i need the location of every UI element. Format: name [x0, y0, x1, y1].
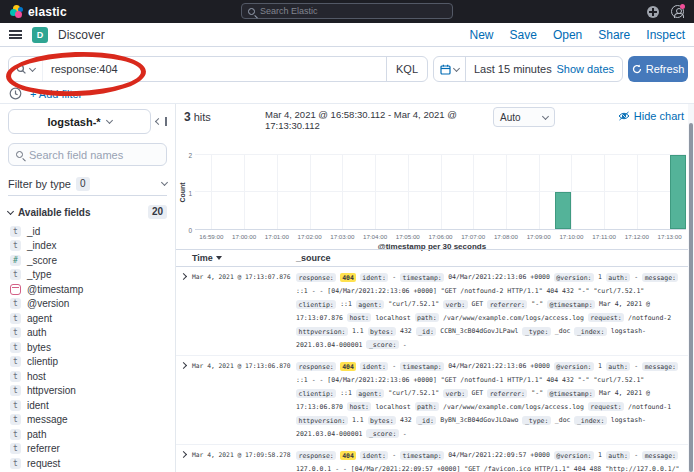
x-tick-label: 17:07:00 — [461, 233, 485, 240]
expand-row-icon[interactable] — [180, 273, 187, 280]
source-field-badge: _index: — [574, 327, 606, 336]
chart-gridline — [244, 155, 245, 229]
expand-row-icon[interactable] — [180, 362, 187, 369]
show-dates-link[interactable]: Show dates — [557, 63, 622, 75]
index-pattern-label: logstash-* — [47, 116, 100, 128]
x-tick-label: 16:59:00 — [199, 233, 223, 240]
scrollbar-thumb[interactable] — [689, 123, 693, 472]
source-field-badge: timestamp: — [400, 362, 444, 371]
field-item-index[interactable]: t_index — [8, 239, 167, 254]
field-item-httpversion[interactable]: thttpversion — [8, 384, 167, 399]
history-icon[interactable] — [9, 87, 22, 100]
text-field-icon: t — [10, 414, 21, 425]
text-field-icon: t — [10, 240, 21, 251]
refresh-label: Refresh — [646, 63, 685, 75]
interval-value: Auto — [500, 112, 521, 123]
field-name: _type — [27, 269, 51, 280]
user-avatar[interactable] — [671, 5, 684, 18]
field-item-id[interactable]: t_id — [8, 224, 167, 239]
interval-select[interactable]: Auto — [493, 107, 555, 127]
nav-actions: NewSaveOpenShareInspect — [470, 28, 685, 42]
source-field-badge: response: — [296, 451, 336, 460]
source-field-badge: agent: — [356, 300, 384, 309]
available-fields-header[interactable]: Available fields 20 — [8, 205, 167, 219]
column-time[interactable]: Time — [192, 253, 296, 263]
elastic-logo[interactable]: elastic — [10, 5, 67, 19]
filter-count-badge: 0 — [76, 177, 90, 191]
saved-query-menu-button[interactable] — [9, 57, 43, 81]
nav-action-open[interactable]: Open — [553, 28, 582, 42]
date-quick-select-button[interactable] — [434, 57, 466, 81]
table-row: Mar 4, 2021 @ 17:13:06.870response: 404 … — [176, 356, 688, 445]
field-item-request[interactable]: trequest — [8, 456, 167, 471]
row-time: Mar 4, 2021 @ 17:13:07.876 — [192, 271, 296, 352]
chart-gridline — [310, 155, 311, 229]
nav-action-inspect[interactable]: Inspect — [646, 28, 685, 42]
field-name: agent — [27, 313, 52, 324]
field-item-auth[interactable]: tauth — [8, 326, 167, 341]
field-item-score[interactable]: #_score — [8, 253, 167, 268]
source-field-badge: auth: — [606, 273, 631, 282]
discover-app-icon[interactable]: D — [32, 27, 48, 43]
source-field-badge: _id: — [416, 327, 437, 336]
chevron-down-icon — [29, 64, 36, 71]
refresh-button[interactable]: Refresh — [628, 56, 688, 82]
field-item-host[interactable]: thost — [8, 369, 167, 384]
histogram-bar[interactable] — [670, 155, 686, 229]
field-item-message[interactable]: tmessage — [8, 413, 167, 428]
x-tick-label: 17:06:00 — [428, 233, 452, 240]
time-range-button[interactable]: Last 15 minutes — [466, 63, 552, 75]
field-item-clientip[interactable]: tclientip — [8, 355, 167, 370]
row-source: response: 404 ident: - timestamp: 04/Mar… — [296, 449, 688, 472]
query-language-button[interactable]: KQL — [386, 57, 427, 81]
x-tick-label: 17:04:00 — [363, 233, 387, 240]
help-icon[interactable] — [647, 6, 659, 18]
index-pattern-select[interactable]: logstash-* — [8, 109, 151, 134]
source-field-badge: httpversion: — [296, 416, 348, 425]
chart-gridline — [604, 155, 605, 229]
global-search-input[interactable]: Search Elastic — [241, 3, 453, 19]
source-field-badge: request: — [588, 313, 624, 322]
row-time: Mar 4, 2021 @ 17:09:58.278 — [192, 449, 296, 472]
field-item-referrer[interactable]: treferrer — [8, 442, 167, 457]
refresh-icon — [632, 64, 642, 74]
field-item-ident[interactable]: tident — [8, 398, 167, 413]
field-item-bytes[interactable]: tbytes — [8, 340, 167, 355]
text-field-icon: t — [10, 458, 21, 469]
field-name: host — [27, 371, 46, 382]
nav-action-save[interactable]: Save — [510, 28, 537, 42]
source-field-badge: @version: — [554, 451, 594, 460]
field-search-input[interactable]: Search field names — [8, 143, 167, 166]
source-field-badge: message: — [642, 273, 678, 282]
text-field-icon: t — [10, 356, 21, 367]
field-search-placeholder: Search field names — [29, 149, 123, 161]
hide-chart-button[interactable]: Hide chart — [618, 110, 684, 122]
calendar-icon — [440, 64, 451, 75]
menu-icon[interactable] — [9, 30, 22, 39]
y-tick-label: 0 — [180, 227, 192, 234]
documents-table: Time _source Mar 4, 2021 @ 17:13:07.876r… — [176, 249, 688, 472]
field-item-path[interactable]: tpath — [8, 427, 167, 442]
field-item-agent[interactable]: tagent — [8, 311, 167, 326]
source-field-badge: agent: — [356, 389, 384, 398]
add-filter-button[interactable]: + Add filter — [30, 88, 82, 100]
chart-gridline — [506, 155, 507, 229]
filter-by-type-toggle[interactable]: Filter by type 0 — [8, 172, 167, 196]
source-field-badge: bytes: — [368, 327, 396, 336]
field-item-type[interactable]: t_type — [8, 268, 167, 283]
notification-dot — [680, 4, 685, 9]
expand-row-icon[interactable] — [180, 451, 187, 458]
text-field-icon: t — [10, 342, 21, 353]
chart-gridline — [571, 155, 572, 229]
histogram-bar[interactable] — [555, 192, 571, 229]
field-item-timestamp[interactable]: @timestamp — [8, 282, 167, 297]
source-field-badge: _type: — [522, 327, 550, 336]
collapse-sidebar-icon[interactable] — [156, 117, 167, 126]
sort-desc-icon — [216, 256, 222, 260]
search-icon — [248, 8, 255, 15]
field-item-version[interactable]: t@version — [8, 297, 167, 312]
query-input[interactable]: response:404 — [43, 63, 386, 75]
nav-action-new[interactable]: New — [470, 28, 494, 42]
nav-action-share[interactable]: Share — [598, 28, 630, 42]
source-field-badge: referrer: — [487, 300, 527, 309]
